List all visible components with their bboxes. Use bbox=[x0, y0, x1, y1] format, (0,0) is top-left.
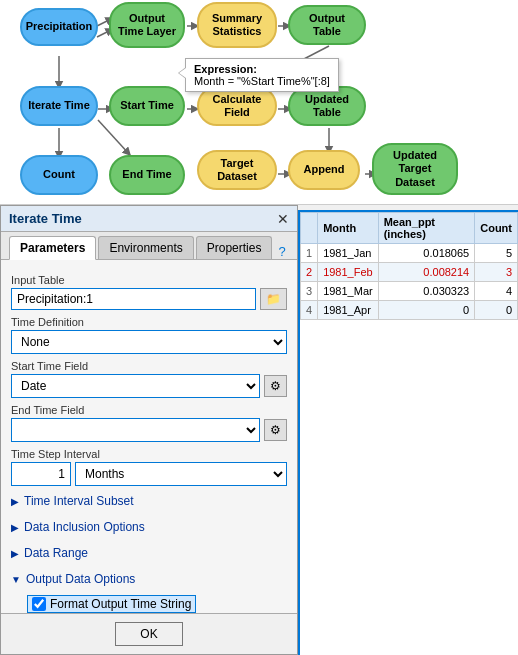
node-calculate-field[interactable]: Calculate Field bbox=[197, 86, 277, 126]
input-table-label: Input Table bbox=[11, 274, 287, 286]
node-output-time-layer[interactable]: Output Time Layer bbox=[109, 2, 185, 48]
results-table: Month Mean_ppt (inches) Count 1 1981_Jan… bbox=[300, 212, 518, 320]
table-row[interactable]: 1 1981_Jan 0.018065 5 bbox=[301, 244, 518, 263]
format-output-row: Format Output Time String bbox=[27, 595, 287, 613]
row-num: 3 bbox=[301, 282, 318, 301]
cell-mean-ppt: 0 bbox=[378, 301, 475, 320]
cell-month: 1981_Jan bbox=[318, 244, 379, 263]
tab-properties[interactable]: Properties bbox=[196, 236, 273, 259]
output-data-options-content: Format Output Time String Skip Empty Sli… bbox=[11, 590, 287, 613]
format-output-checkbox[interactable] bbox=[32, 597, 46, 611]
end-time-field-dropdown[interactable] bbox=[11, 418, 260, 442]
help-icon[interactable]: ? bbox=[274, 244, 289, 259]
tab-parameters[interactable]: Parameters bbox=[9, 236, 96, 260]
node-updated-target-dataset[interactable]: Updated Target Dataset bbox=[372, 143, 458, 195]
expression-formula: Month = "%Start Time%"[:8] bbox=[194, 75, 330, 87]
table-row[interactable]: 2 1981_Feb 0.008214 3 bbox=[301, 263, 518, 282]
node-start-time[interactable]: Start Time bbox=[109, 86, 185, 126]
cell-count: 3 bbox=[475, 263, 518, 282]
chevron-down-icon: ▼ bbox=[11, 574, 21, 585]
end-time-gear-btn[interactable]: ⚙ bbox=[264, 419, 287, 441]
cell-month: 1981_Apr bbox=[318, 301, 379, 320]
table-row[interactable]: 4 1981_Apr 0 0 bbox=[301, 301, 518, 320]
dialog-footer: OK bbox=[1, 613, 297, 654]
section-output-data-options[interactable]: ▼ Output Data Options bbox=[11, 568, 287, 590]
row-num: 4 bbox=[301, 301, 318, 320]
chevron-icon: ▶ bbox=[11, 548, 19, 559]
time-definition-dropdown[interactable]: None bbox=[11, 330, 287, 354]
time-step-num-input[interactable] bbox=[11, 462, 71, 486]
chevron-icon: ▶ bbox=[11, 496, 19, 507]
start-time-field-label: Start Time Field bbox=[11, 360, 287, 372]
ok-button[interactable]: OK bbox=[115, 622, 182, 646]
row-num: 1 bbox=[301, 244, 318, 263]
dialog-title: Iterate Time bbox=[9, 211, 82, 226]
dialog-body: Input Table 📁 Time Definition None Start… bbox=[1, 260, 297, 613]
section-data-inclusion-options[interactable]: ▶ Data Inclusion Options bbox=[11, 516, 287, 538]
input-table-field[interactable] bbox=[11, 288, 256, 310]
start-time-field-dropdown[interactable]: Date bbox=[11, 374, 260, 398]
format-output-label: Format Output Time String bbox=[50, 597, 191, 611]
col-month: Month bbox=[318, 213, 379, 244]
end-time-field-label: End Time Field bbox=[11, 404, 287, 416]
col-mean-ppt: Mean_ppt (inches) bbox=[378, 213, 475, 244]
cell-mean-ppt: 0.018065 bbox=[378, 244, 475, 263]
tab-environments[interactable]: Environments bbox=[98, 236, 193, 259]
col-count: Count bbox=[475, 213, 518, 244]
chevron-icon: ▶ bbox=[11, 522, 19, 533]
cell-mean-ppt: 0.030323 bbox=[378, 282, 475, 301]
cell-count: 0 bbox=[475, 301, 518, 320]
node-iterate-time[interactable]: Iterate Time bbox=[20, 86, 98, 126]
cell-count: 5 bbox=[475, 244, 518, 263]
node-updated-table[interactable]: Updated Table bbox=[288, 86, 366, 126]
iterate-time-dialog: Iterate Time ✕ Parameters Environments P… bbox=[0, 205, 298, 655]
flow-diagram: Precipitation Output Time Layer Summary … bbox=[0, 0, 518, 205]
cell-mean-ppt: 0.008214 bbox=[378, 263, 475, 282]
node-end-time[interactable]: End Time bbox=[109, 155, 185, 195]
node-summary-statistics[interactable]: Summary Statistics bbox=[197, 2, 277, 48]
cell-count: 4 bbox=[475, 282, 518, 301]
node-target-dataset[interactable]: Target Dataset bbox=[197, 150, 277, 190]
dialog-titlebar: Iterate Time ✕ bbox=[1, 206, 297, 232]
node-count[interactable]: Count bbox=[20, 155, 98, 195]
time-step-label: Time Step Interval bbox=[11, 448, 287, 460]
expression-box: Expression: Month = "%Start Time%"[:8] bbox=[185, 58, 339, 92]
node-output-table[interactable]: Output Table bbox=[288, 5, 366, 45]
close-button[interactable]: ✕ bbox=[277, 212, 289, 226]
node-append[interactable]: Append bbox=[288, 150, 360, 190]
section-time-interval-subset[interactable]: ▶ Time Interval Subset bbox=[11, 490, 287, 512]
start-time-gear-btn[interactable]: ⚙ bbox=[264, 375, 287, 397]
data-table-panel: Month Mean_ppt (inches) Count 1 1981_Jan… bbox=[298, 210, 518, 655]
col-rownum bbox=[301, 213, 318, 244]
cell-month: 1981_Feb bbox=[318, 263, 379, 282]
cell-month: 1981_Mar bbox=[318, 282, 379, 301]
table-row[interactable]: 3 1981_Mar 0.030323 4 bbox=[301, 282, 518, 301]
time-step-unit-dropdown[interactable]: Months bbox=[75, 462, 287, 486]
expression-title: Expression: bbox=[194, 63, 330, 75]
section-data-range[interactable]: ▶ Data Range bbox=[11, 542, 287, 564]
node-precipitation[interactable]: Precipitation bbox=[20, 8, 98, 46]
dialog-tabs: Parameters Environments Properties ? bbox=[1, 232, 297, 260]
time-definition-label: Time Definition bbox=[11, 316, 287, 328]
input-table-folder-btn[interactable]: 📁 bbox=[260, 288, 287, 310]
row-num: 2 bbox=[301, 263, 318, 282]
